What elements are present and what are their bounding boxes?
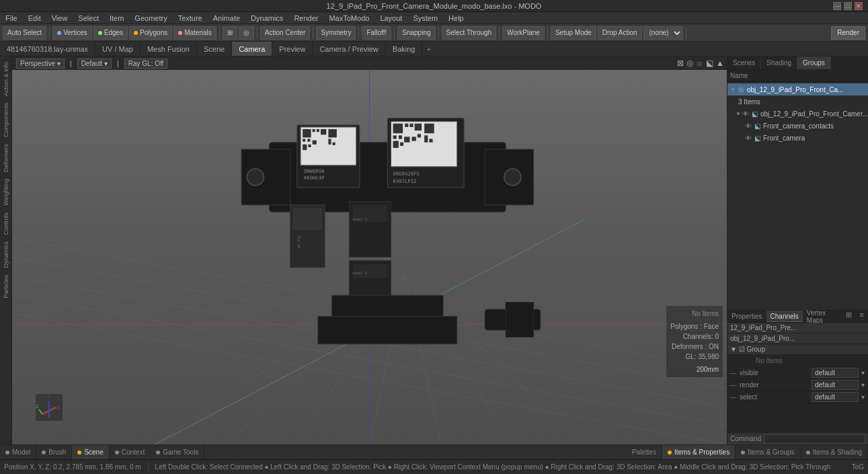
falloff-button[interactable]: Falloff! bbox=[362, 26, 391, 40]
tab-48146[interactable]: 48146760318:lay-unmax bbox=[0, 42, 95, 56]
bottom-tab-model[interactable]: Model bbox=[0, 445, 36, 459]
symmetry-button[interactable]: Symmetry bbox=[316, 26, 356, 40]
menu-view[interactable]: View bbox=[49, 14, 71, 22]
viewport-light-icon[interactable]: ☼ bbox=[696, 58, 703, 68]
menu-animate[interactable]: Animate bbox=[210, 14, 243, 22]
auto-select-button[interactable]: Auto Select bbox=[3, 26, 46, 40]
drop-action-button[interactable]: Drop Action bbox=[598, 26, 642, 40]
menu-layout[interactable]: Layout bbox=[377, 14, 405, 22]
tab-camera[interactable]: Camera bbox=[232, 42, 272, 56]
dropdown-visible[interactable]: ▾ bbox=[859, 369, 867, 377]
none-dropdown[interactable]: (none) bbox=[643, 26, 683, 40]
tab-preview[interactable]: Preview bbox=[272, 42, 313, 56]
tree-eye-contacts[interactable]: 👁 bbox=[745, 122, 752, 130]
tab-uvmap[interactable]: UV / Map bbox=[95, 42, 141, 56]
viewport-render-icon[interactable]: ▲ bbox=[716, 58, 724, 68]
bottom-tab-scene[interactable]: Scene bbox=[72, 445, 109, 459]
sidebar-tab-dynamics[interactable]: Dynamics bbox=[1, 239, 11, 271]
bottom-tab-gametools[interactable]: Game Tools bbox=[151, 445, 204, 459]
viewport[interactable]: Perspective ▾ | Default ▾ | Ray GL: Off … bbox=[12, 56, 727, 444]
default-shading-dropdown[interactable]: Default ▾ bbox=[77, 58, 112, 69]
render-button[interactable]: Render bbox=[831, 26, 865, 40]
sidebar-tab-particles[interactable]: Particles bbox=[1, 272, 11, 301]
group1-mesh-icon: ⬕ bbox=[752, 110, 758, 118]
rb-options-button[interactable]: ≡ bbox=[856, 311, 868, 322]
menu-geometry[interactable]: Geometry bbox=[132, 14, 169, 22]
icon-btn-1[interactable]: ⊞ bbox=[223, 26, 237, 40]
snapping-button[interactable]: Snapping bbox=[397, 26, 435, 40]
menu-file[interactable]: File bbox=[3, 14, 20, 22]
viewport-canvas[interactable]: DNWQR0A KK0HC4P bbox=[12, 70, 727, 444]
bottom-tab-items-shading[interactable]: Items & Shading bbox=[801, 445, 868, 459]
menu-system[interactable]: System bbox=[410, 14, 440, 22]
rb-tab-vertexmaps[interactable]: Vertex Maps bbox=[803, 311, 842, 322]
tree-arrow-root: ▼ bbox=[730, 87, 736, 93]
svg-rect-45 bbox=[404, 136, 409, 142]
command-input[interactable] bbox=[764, 434, 865, 444]
value-visible[interactable] bbox=[812, 368, 859, 378]
materials-button[interactable]: Materials bbox=[173, 26, 216, 40]
value-render[interactable] bbox=[812, 380, 859, 390]
maximize-button[interactable]: □ bbox=[844, 2, 852, 10]
tab-camera-preview[interactable]: Camera / Preview bbox=[313, 42, 385, 56]
dropdown-select[interactable]: ▾ bbox=[859, 393, 867, 401]
tab-baking[interactable]: Baking bbox=[386, 42, 423, 56]
polygons-button[interactable]: Polygons bbox=[129, 26, 172, 40]
bottom-tab-items-props[interactable]: Items & Properties bbox=[662, 445, 736, 459]
bottom-tab-palettes[interactable]: Palettes bbox=[627, 445, 662, 459]
tree-item-root[interactable]: ▼ ⊞ obj_12_9_iPad_Pro_Front_Ca... bbox=[727, 83, 868, 95]
sidebar-tab-action[interactable]: Action & Info bbox=[1, 59, 11, 99]
dropdown-render[interactable]: ▾ bbox=[859, 381, 867, 389]
bottom-tab-items-groups[interactable]: Items & Groups bbox=[736, 445, 800, 459]
sidebar-tab-components[interactable]: Components bbox=[1, 100, 11, 140]
scene-tree-name-col: Name bbox=[730, 72, 748, 79]
right-tab-shading[interactable]: Shading bbox=[761, 56, 797, 69]
sidebar-tab-controls[interactable]: Controls bbox=[1, 210, 11, 238]
rb-expand-button[interactable]: ⊞ bbox=[842, 311, 856, 322]
tree-item-camera[interactable]: 👁 ⬕ Front_camera bbox=[727, 132, 868, 144]
minimize-button[interactable]: — bbox=[833, 2, 841, 10]
menu-select[interactable]: Select bbox=[75, 14, 102, 22]
action-center-button[interactable]: Action Center bbox=[260, 26, 311, 40]
raygl-toggle[interactable]: Ray GL: Off bbox=[124, 58, 168, 69]
right-tab-scenes[interactable]: Scenes bbox=[727, 56, 761, 69]
scene-dot bbox=[77, 450, 81, 455]
menu-maxtomode[interactable]: MaxToModo bbox=[326, 14, 372, 22]
viewport-maximize-icon[interactable]: ⊠ bbox=[677, 58, 684, 68]
menu-item[interactable]: Item bbox=[107, 14, 126, 22]
vertices-button[interactable]: Vertices bbox=[52, 26, 92, 40]
menu-dynamics[interactable]: Dynamics bbox=[248, 14, 286, 22]
tree-item-group1[interactable]: ▼ 👁 ⬕ obj_12_9_iPad_Pro_Front_Camer... bbox=[727, 108, 868, 120]
workplane-button[interactable]: WorkPlane bbox=[502, 26, 545, 40]
perspective-dropdown[interactable]: Perspective ▾ bbox=[16, 58, 65, 69]
bottom-tab-context[interactable]: Context bbox=[110, 445, 151, 459]
rb-tab-channels[interactable]: Channels bbox=[766, 311, 803, 322]
icon-btn-2[interactable]: ◎ bbox=[239, 26, 254, 40]
rb-tab-properties[interactable]: Properties bbox=[727, 311, 766, 322]
menu-texture[interactable]: Texture bbox=[175, 14, 205, 22]
menu-render[interactable]: Render bbox=[291, 14, 321, 22]
edges-button[interactable]: Edges bbox=[93, 26, 128, 40]
group-sub-header[interactable]: ▼ ☑ Group bbox=[727, 344, 868, 355]
setup-mode-button[interactable]: Setup Mode bbox=[551, 26, 596, 40]
tab-meshfusion[interactable]: Mesh Fusion bbox=[141, 42, 197, 56]
select-through-button[interactable]: Select Through bbox=[442, 26, 497, 40]
value-select[interactable] bbox=[812, 392, 859, 402]
tree-eye-group1[interactable]: 👁 bbox=[742, 110, 749, 118]
bottom-tabs-row: Model Brush Scene Context Game Tools Pal… bbox=[0, 444, 868, 459]
menu-edit[interactable]: Edit bbox=[26, 14, 44, 22]
menu-help[interactable]: Help bbox=[446, 14, 467, 22]
sidebar-tab-weighting[interactable]: Weighting bbox=[1, 176, 11, 208]
bottom-tab-brush[interactable]: Brush bbox=[36, 445, 72, 459]
sidebar-tab-deformers[interactable]: Deformers bbox=[1, 141, 11, 175]
svg-text:DRU8426FG: DRU8426FG bbox=[393, 171, 419, 177]
viewport-options-icon[interactable]: ⬕ bbox=[706, 58, 713, 68]
tab-add-button[interactable]: + bbox=[422, 42, 434, 56]
close-button[interactable]: ✕ bbox=[855, 2, 863, 10]
materials-dot bbox=[178, 31, 182, 35]
viewport-camera-icon[interactable]: ◎ bbox=[686, 58, 693, 68]
tree-item-contacts[interactable]: 👁 ⬕ Front_camera_contacts bbox=[727, 120, 868, 132]
right-tab-groups[interactable]: Groups bbox=[797, 56, 831, 69]
tab-scene[interactable]: Scene bbox=[197, 42, 232, 56]
tree-eye-camera[interactable]: 👁 bbox=[745, 134, 752, 142]
